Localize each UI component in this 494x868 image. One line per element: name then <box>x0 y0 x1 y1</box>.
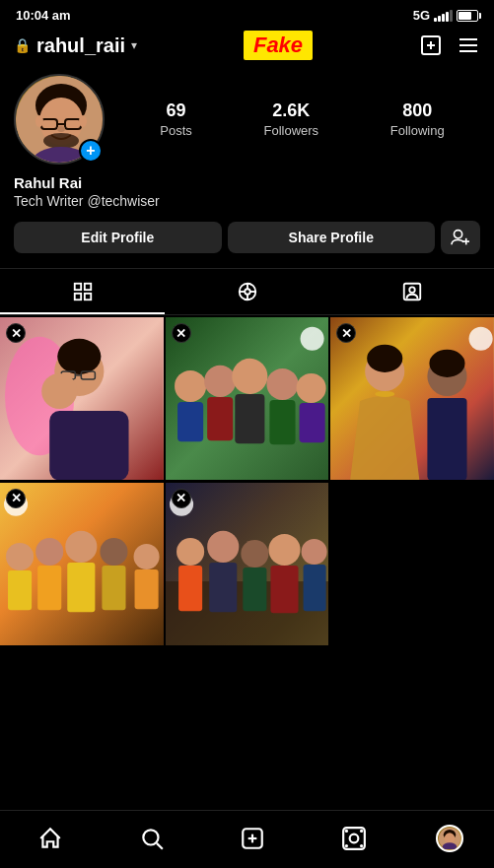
grid-photo-3[interactable]: ✕ <box>330 317 494 481</box>
svg-rect-59 <box>428 398 467 480</box>
profile-section: + 69 Posts 2.6K Followers 800 Following <box>0 70 494 165</box>
close-badge-1[interactable]: ✕ <box>6 323 26 343</box>
followers-count: 2.6K <box>263 100 318 121</box>
svg-point-95 <box>345 844 348 847</box>
add-friend-button[interactable] <box>441 221 480 254</box>
grid-photo-4[interactable]: ✕ <box>0 483 164 646</box>
svg-point-56 <box>376 391 395 397</box>
tab-reels[interactable] <box>165 269 329 314</box>
svg-rect-63 <box>8 570 32 610</box>
action-buttons: Edit Profile Share Profile <box>0 209 494 264</box>
svg-rect-49 <box>269 400 295 444</box>
svg-point-15 <box>35 115 43 127</box>
followers-label: Followers <box>263 123 318 138</box>
svg-rect-82 <box>270 566 298 613</box>
svg-point-52 <box>300 327 323 351</box>
svg-point-77 <box>207 531 239 563</box>
svg-rect-76 <box>178 566 202 611</box>
grid-photo-2[interactable]: ✕ <box>166 317 329 481</box>
svg-point-44 <box>204 366 236 397</box>
nav-profile-button[interactable] <box>436 825 463 852</box>
grid-photo-1[interactable]: ✕ <box>0 317 164 481</box>
svg-point-48 <box>266 368 298 400</box>
svg-point-17 <box>454 231 461 238</box>
svg-point-25 <box>245 289 250 295</box>
svg-point-96 <box>360 844 363 847</box>
svg-rect-23 <box>84 294 90 300</box>
svg-rect-20 <box>74 284 80 290</box>
tab-tagged[interactable] <box>329 269 494 314</box>
close-badge-2[interactable]: ✕ <box>172 323 191 343</box>
svg-point-94 <box>360 830 363 833</box>
svg-point-83 <box>301 539 326 565</box>
svg-rect-69 <box>102 566 125 610</box>
username-area[interactable]: 🔒 rahul_raii ▾ <box>14 34 137 57</box>
stats-row: 69 Posts 2.6K Followers 800 Following <box>124 100 480 138</box>
svg-point-50 <box>296 373 325 403</box>
posts-label: Posts <box>160 123 192 138</box>
profile-header: 🔒 rahul_raii ▾ Fake <box>0 27 494 70</box>
svg-rect-80 <box>243 568 266 611</box>
nav-home-button[interactable] <box>31 821 70 856</box>
fake-badge: Fake <box>244 31 313 60</box>
svg-point-16 <box>79 115 87 127</box>
svg-point-58 <box>430 350 465 377</box>
svg-rect-84 <box>303 565 325 611</box>
svg-point-39 <box>41 373 77 409</box>
svg-rect-45 <box>207 397 233 440</box>
nav-reels-button[interactable] <box>334 821 374 856</box>
svg-point-79 <box>241 540 268 568</box>
nav-add-button[interactable] <box>233 821 272 856</box>
svg-rect-67 <box>67 563 95 612</box>
svg-point-66 <box>65 531 97 563</box>
svg-rect-40 <box>49 411 128 480</box>
svg-point-55 <box>367 345 402 372</box>
svg-point-68 <box>100 538 127 566</box>
svg-point-35 <box>57 339 101 374</box>
svg-point-31 <box>409 287 415 293</box>
svg-point-93 <box>345 830 348 833</box>
following-count: 800 <box>390 100 445 121</box>
avatar-wrap[interactable]: + <box>14 74 105 165</box>
svg-point-70 <box>134 544 160 569</box>
network-label: 5G <box>413 8 430 23</box>
bottom-nav <box>0 810 494 868</box>
posts-count: 69 <box>160 100 192 121</box>
posts-stat[interactable]: 69 Posts <box>160 100 192 138</box>
grid-photo-5[interactable]: ✕ <box>166 483 329 646</box>
svg-point-86 <box>143 830 158 844</box>
chevron-down-icon: ▾ <box>131 38 137 52</box>
add-content-button[interactable] <box>419 33 443 57</box>
svg-rect-51 <box>299 403 324 442</box>
svg-rect-21 <box>84 284 90 290</box>
tab-grid[interactable] <box>0 269 165 314</box>
svg-rect-43 <box>177 402 203 441</box>
profile-info-row: + 69 Posts 2.6K Followers 800 Following <box>14 74 480 165</box>
svg-rect-78 <box>209 563 237 612</box>
followers-stat[interactable]: 2.6K Followers <box>263 100 318 138</box>
add-story-button[interactable]: + <box>79 139 103 163</box>
svg-rect-65 <box>37 566 61 610</box>
battery-icon <box>457 10 478 22</box>
share-profile-button[interactable]: Share Profile <box>228 222 436 253</box>
status-bar: 10:04 am 5G <box>0 0 494 27</box>
display-name: Rahul Rai <box>14 174 480 191</box>
edit-profile-button[interactable]: Edit Profile <box>14 222 222 253</box>
nav-search-button[interactable] <box>132 821 172 856</box>
svg-point-46 <box>232 359 267 394</box>
username-text: rahul_raii <box>36 34 125 57</box>
svg-point-92 <box>350 835 359 843</box>
svg-rect-47 <box>235 394 264 443</box>
svg-point-62 <box>6 543 34 570</box>
menu-button[interactable] <box>457 33 480 57</box>
following-stat[interactable]: 800 Following <box>390 100 445 138</box>
svg-point-60 <box>469 327 493 351</box>
svg-point-12 <box>57 126 65 132</box>
signal-icon <box>434 10 453 22</box>
close-badge-4[interactable]: ✕ <box>6 489 26 508</box>
svg-line-87 <box>157 843 163 849</box>
svg-point-64 <box>35 538 63 566</box>
close-badge-5[interactable]: ✕ <box>172 489 191 508</box>
following-label: Following <box>390 123 445 138</box>
lock-icon: 🔒 <box>14 37 31 53</box>
